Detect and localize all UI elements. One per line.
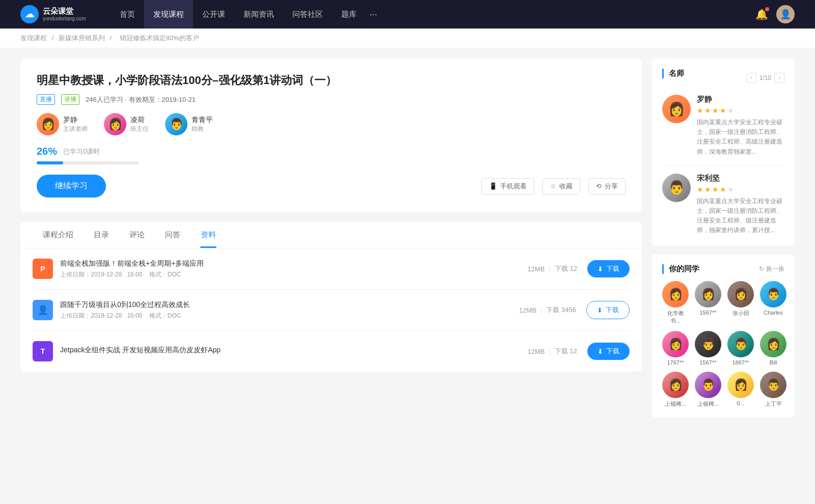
file-icon-1: P <box>33 259 53 279</box>
progress-percent: 26% <box>37 146 57 157</box>
teacher-3-avatar: 👨 <box>165 113 187 135</box>
breadcrumb-sep2: / <box>110 34 113 42</box>
tag-rec: 录播 <box>61 94 79 105</box>
teacher-pagination: ‹ 1/10 › <box>746 73 784 83</box>
file-size-2: 12MB | 下载 3456 <box>519 305 576 315</box>
share-button[interactable]: ⟲ 分享 <box>588 178 626 194</box>
notification-dot <box>765 7 769 11</box>
main-nav: 首页 发现课程 公开课 新闻资讯 问答社区 题库 ··· <box>111 0 382 29</box>
download-button-1[interactable]: ⬇ 下载 <box>587 260 630 277</box>
actions-row: 继续学习 📱 手机观看 ☆ 收藏 ⟲ 分享 <box>37 175 626 198</box>
download-count-2: 下载 3456 <box>546 305 576 315</box>
sidebar-teacher-1-desc: 国内某重点大学安全工程专业硕士，国家一级注册消防工程师、注册安全工程师、高级注册… <box>697 118 784 157</box>
teacher-1-role: 主讲老师 <box>63 125 88 133</box>
classmate-4: 👨 Charles <box>760 281 786 325</box>
collect-button[interactable]: ☆ 收藏 <box>542 178 580 194</box>
classmate-3: 👩 张小田 <box>727 281 754 325</box>
file-list: P 前端全栈加强版！前端全栈+全周期+多端应用 上传日期：2019-12-28 … <box>20 248 642 372</box>
nav-home[interactable]: 首页 <box>111 0 144 29</box>
pagination-label: 1/10 <box>759 74 771 81</box>
notification-bell[interactable]: 🔔 <box>755 8 768 20</box>
nav-news[interactable]: 新闻资讯 <box>234 0 283 29</box>
breadcrumb-series[interactable]: 新媒体营销系列 <box>59 34 105 42</box>
nav-qa[interactable]: 问答社区 <box>283 0 332 29</box>
logo-text: 云朵课堂 yunduoketang.com <box>43 7 86 22</box>
classmate-8-name: Bill <box>770 359 777 366</box>
refresh-classmates-btn[interactable]: ↻ 换一换 <box>759 265 784 273</box>
tab-qa[interactable]: 问答 <box>155 222 191 248</box>
continue-button[interactable]: 继续学习 <box>37 175 106 198</box>
sidebar-teacher-1: 👩 罗静 ★ ★ ★ ★ ★ 国内某重点大学安全工程专业硕士，国家一级注册消防工… <box>662 95 784 157</box>
logo-icon: ☁ <box>20 5 39 23</box>
sidebar-teacher-1-stars: ★ ★ ★ ★ ★ <box>697 106 784 115</box>
download-count-1: 下载 12 <box>555 264 577 273</box>
file-size-label-2: 12MB <box>519 306 536 314</box>
teachers-card: 名师 ‹ 1/10 › 👩 罗静 ★ ★ ★ ★ ★ <box>652 59 795 246</box>
sidebar-teacher-1-avatar: 👩 <box>662 95 691 123</box>
classmate-1-avatar: 👩 <box>662 281 689 307</box>
nav-open[interactable]: 公开课 <box>193 0 234 29</box>
header-right: 🔔 👤 <box>755 5 795 23</box>
sidebar-teacher-1-name: 罗静 <box>697 95 784 104</box>
logo[interactable]: ☁ 云朵课堂 yunduoketang.com <box>20 5 86 23</box>
download-button-3[interactable]: ⬇ 下载 <box>587 343 630 360</box>
user-avatar-header[interactable]: 👤 <box>776 5 795 23</box>
file-icon-2: 👤 <box>33 300 53 320</box>
file-size-3: 12MB | 下载 12 <box>528 347 577 356</box>
classmate-9-name: 上顿稀... <box>665 400 686 408</box>
classmate-10-avatar: 👨 <box>695 372 721 398</box>
next-teacher-btn[interactable]: › <box>774 73 784 83</box>
teacher-3-info: 青青平 助教 <box>192 116 213 133</box>
file-info-3: Jetpack全组件实战 开发短视频应用高仿皮皮虾App <box>60 346 528 357</box>
file-name-2: 跟随千万级项目从0到100全过程高效成长 <box>60 300 519 310</box>
nav-quiz[interactable]: 题库 <box>332 0 366 29</box>
course-enrollment: 246人已学习 · 有效期至：2019-10-21 <box>86 95 196 104</box>
nav-discover[interactable]: 发现课程 <box>144 0 193 29</box>
file-item-2: 👤 跟随千万级项目从0到100全过程高效成长 上传日期：2019-12-28 1… <box>33 290 630 331</box>
teachers-card-title: 名师 <box>662 69 684 78</box>
classmate-11-avatar: 👩 <box>727 372 754 398</box>
classmates-header: 你的同学 ↻ 换一换 <box>662 264 784 274</box>
tab-review[interactable]: 评论 <box>119 222 155 248</box>
tab-catalog[interactable]: 目录 <box>84 222 119 248</box>
classmate-12: 👨 上丁平 <box>760 372 786 408</box>
download-label-3: 下载 <box>606 347 619 356</box>
sidebar-teacher-2-name: 宋利坚 <box>697 174 784 183</box>
teacher-1-avatar: 👩 <box>37 113 59 135</box>
teacher-separator <box>662 165 784 165</box>
classmate-1: 👩 化学教书... <box>662 281 689 325</box>
download-icon-1: ⬇ <box>597 265 603 273</box>
classmates-title: 你的同学 <box>662 264 699 274</box>
classmates-card: 你的同学 ↻ 换一换 👩 化学教书... 👩 1567** 👩 <box>652 254 795 418</box>
file-info-1: 前端全栈加强版！前端全栈+全周期+多端应用 上传日期：2019-12-28 16… <box>60 259 528 279</box>
tab-intro[interactable]: 课程介绍 <box>33 222 84 248</box>
mobile-icon: 📱 <box>489 182 497 190</box>
right-sidebar: 名师 ‹ 1/10 › 👩 罗静 ★ ★ ★ ★ ★ <box>652 59 795 426</box>
tab-materials[interactable]: 资料 <box>191 222 226 248</box>
header: ☁ 云朵课堂 yunduoketang.com 首页 发现课程 公开课 新闻资讯… <box>0 0 815 29</box>
classmate-10-name: 上顿稀... <box>697 400 719 408</box>
sidebar-teacher-2-stars: ★ ★ ★ ★ ★ <box>697 185 784 193</box>
nav-more[interactable]: ··· <box>366 0 382 29</box>
share-label: 分享 <box>605 182 618 191</box>
classmate-3-avatar: 👩 <box>727 281 754 307</box>
breadcrumb-discover[interactable]: 发现课程 <box>20 34 47 42</box>
course-card: 明星中教授课，小学阶段语法100分–强化级第1讲动词（一） 直播 录播 246人… <box>20 59 642 212</box>
action-buttons: 📱 手机观看 ☆ 收藏 ⟲ 分享 <box>481 178 626 194</box>
classmate-9-avatar: 👩 <box>662 372 689 398</box>
classmate-5: 👩 1767** <box>662 331 689 366</box>
file-item-3: T Jetpack全组件实战 开发短视频应用高仿皮皮虾App 12MB | 下载… <box>33 331 630 372</box>
mobile-watch-button[interactable]: 📱 手机观看 <box>481 178 534 194</box>
progress-bar-bg <box>37 161 139 164</box>
refresh-label: 换一换 <box>766 265 784 273</box>
teacher-2-name: 凌荷 <box>130 116 149 125</box>
teacher-2-info: 凌荷 班主任 <box>130 116 149 133</box>
progress-section: 26% 已学习0课时 <box>37 146 626 164</box>
prev-teacher-btn[interactable]: ‹ <box>746 73 756 83</box>
classmate-6: 👨 1567** <box>695 331 721 366</box>
sidebar-teacher-1-info: 罗静 ★ ★ ★ ★ ★ 国内某重点大学安全工程专业硕士，国家一级注册消防工程师… <box>697 95 784 157</box>
download-icon-3: ⬇ <box>597 348 603 355</box>
download-button-2[interactable]: ⬇ 下载 <box>586 301 630 319</box>
breadcrumb: 发现课程 / 新媒体营销系列 / 销冠修炼术搞定80%的客户 <box>0 29 815 48</box>
file-info-2: 跟随千万级项目从0到100全过程高效成长 上传日期：2019-12-28 16:… <box>60 300 519 320</box>
